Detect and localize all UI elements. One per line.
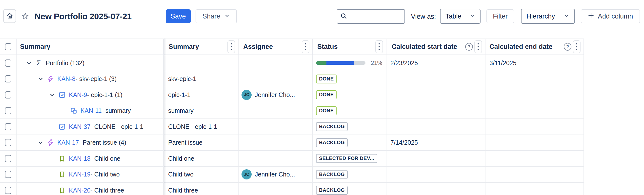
status-chip[interactable]: DONE <box>316 90 336 99</box>
progress-bar <box>316 61 366 65</box>
hierarchy-value: Hierarchy <box>526 12 555 20</box>
column-header-status[interactable]: Status <box>313 38 386 55</box>
issue-title-text: - Child one <box>90 155 120 162</box>
tree-expander-icon[interactable] <box>37 139 44 146</box>
issue-key-link[interactable]: KAN-19 <box>69 171 90 178</box>
column-menu-icon[interactable] <box>302 40 310 53</box>
assignee-cell[interactable] <box>238 55 313 71</box>
status-cell[interactable]: BACKLOG <box>313 183 386 195</box>
row-checkbox[interactable] <box>5 155 11 162</box>
issue-key-link[interactable]: KAN-17 <box>57 139 79 146</box>
issue-key-link[interactable]: KAN-20 <box>69 187 90 194</box>
summary-tree-cell: KAN-17 - Parent issue (4) <box>16 135 164 151</box>
status-chip[interactable]: BACKLOG <box>316 186 348 195</box>
column-menu-icon[interactable] <box>573 40 580 53</box>
calc-end-date-cell <box>486 135 584 151</box>
summary-cell[interactable]: skv-epic-1 <box>164 71 238 88</box>
summary-cell[interactable]: CLONE - epic-1-1 <box>164 119 238 135</box>
column-header-assignee[interactable]: Assignee <box>238 38 313 55</box>
assignee-cell[interactable] <box>238 183 313 195</box>
assignee-cell[interactable] <box>238 103 313 119</box>
favorite-star-button[interactable] <box>21 12 30 21</box>
summary-cell[interactable]: Child three <box>164 183 238 195</box>
chevron-down-icon <box>470 12 475 20</box>
toolbar: New Portfolio 2025-07-21 Save Share View… <box>0 0 644 38</box>
status-chip[interactable]: SELECTED FOR DEV... <box>316 154 377 163</box>
column-header-summary-tree[interactable]: Summary <box>16 38 164 55</box>
status-cell[interactable]: BACKLOG <box>313 135 386 151</box>
summary-text: epic-1-1 <box>168 91 190 98</box>
column-header-calc-end-date[interactable]: Calculated end date ? <box>486 38 584 55</box>
row-checkbox[interactable] <box>5 123 11 130</box>
assignee-cell[interactable]: JCJennifer Cho... <box>238 87 313 103</box>
assignee-cell[interactable]: JCJennifer Cho... <box>238 167 313 183</box>
status-cell[interactable]: 21% <box>313 55 386 71</box>
summary-cell[interactable]: epic-1-1 <box>164 87 238 103</box>
issue-title-text: Portfolio (132) <box>46 60 84 67</box>
tree-expander-icon[interactable] <box>37 76 44 82</box>
summary-cell[interactable]: Parent issue <box>164 135 238 151</box>
assignee-cell[interactable] <box>238 151 313 167</box>
issue-key-link[interactable]: KAN-37 <box>69 123 90 130</box>
help-icon[interactable]: ? <box>465 43 473 50</box>
calc-start-date-cell: 2/23/2025 <box>386 55 486 71</box>
help-icon[interactable]: ? <box>564 43 572 50</box>
column-header-summary[interactable]: Summary <box>164 38 238 55</box>
row-checkbox[interactable] <box>5 139 11 146</box>
home-button[interactable] <box>3 9 16 23</box>
summary-cell[interactable] <box>164 55 238 71</box>
hierarchy-select[interactable]: Hierarchy <box>521 9 575 24</box>
row-checkbox[interactable] <box>5 171 11 178</box>
summary-text: Child one <box>168 155 194 162</box>
epic-icon <box>46 75 54 83</box>
column-header-calc-start-date[interactable]: Calculated start date ? <box>386 38 486 55</box>
assignee-cell[interactable] <box>238 71 313 88</box>
summary-cell[interactable]: Child one <box>164 151 238 167</box>
view-mode-select[interactable]: Table <box>440 9 480 24</box>
status-chip[interactable]: DONE <box>316 106 336 115</box>
status-chip[interactable]: DONE <box>316 74 336 84</box>
issue-key-link[interactable]: KAN-11 <box>80 107 102 114</box>
save-button[interactable]: Save <box>166 10 191 23</box>
row-select-cell <box>0 119 16 135</box>
share-button[interactable]: Share <box>196 10 237 23</box>
calc-end-date-cell <box>486 71 584 88</box>
summary-text: Child two <box>168 171 194 178</box>
row-checkbox[interactable] <box>5 60 11 67</box>
calc-end-date-cell <box>486 119 584 135</box>
task-icon <box>58 91 66 99</box>
summary-cell[interactable]: summary <box>164 103 238 119</box>
assignee-cell[interactable] <box>238 135 313 151</box>
status-cell[interactable]: BACKLOG <box>313 167 386 183</box>
status-cell[interactable]: DONE <box>313 71 386 88</box>
summary-tree-cell: KAN-37 - CLONE - epic-1-1 <box>16 119 164 135</box>
status-chip[interactable]: BACKLOG <box>316 122 348 131</box>
status-cell[interactable]: DONE <box>313 103 386 119</box>
issue-key-link[interactable]: KAN-18 <box>69 155 90 162</box>
column-menu-icon[interactable] <box>474 40 482 53</box>
tree-expander-icon[interactable] <box>49 91 56 98</box>
status-cell[interactable]: SELECTED FOR DEV... <box>313 151 386 167</box>
story-icon <box>58 186 66 194</box>
assignee-name: Jennifer Cho... <box>255 171 295 178</box>
row-checkbox[interactable] <box>5 75 11 82</box>
status-chip[interactable]: BACKLOG <box>316 138 348 147</box>
select-all-checkbox[interactable] <box>5 43 11 50</box>
row-checkbox[interactable] <box>5 187 11 194</box>
status-cell[interactable]: BACKLOG <box>313 119 386 135</box>
status-cell[interactable]: DONE <box>313 87 386 103</box>
issue-key-link[interactable]: KAN-8 <box>57 75 76 82</box>
tree-expander-icon[interactable] <box>26 60 32 66</box>
issue-key-link[interactable]: KAN-9 <box>69 91 87 98</box>
row-checkbox[interactable] <box>5 107 11 114</box>
add-column-button[interactable]: Add column <box>581 10 640 23</box>
column-menu-icon[interactable] <box>375 40 383 53</box>
summary-cell[interactable]: Child two <box>164 167 238 183</box>
row-checkbox[interactable] <box>5 91 11 98</box>
status-chip[interactable]: BACKLOG <box>316 170 348 179</box>
column-menu-icon[interactable] <box>228 40 235 53</box>
search-input[interactable] <box>349 12 398 20</box>
assignee-cell[interactable] <box>238 119 313 135</box>
filter-button[interactable]: Filter <box>486 10 514 23</box>
search-box[interactable] <box>337 9 405 24</box>
